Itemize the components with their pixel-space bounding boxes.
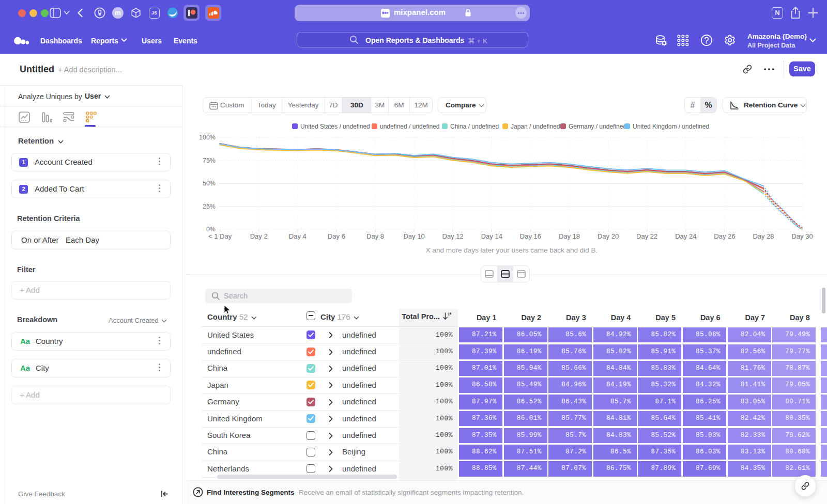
svg-text:Day 14: Day 14 <box>481 232 502 240</box>
svg-text:75%: 75% <box>203 157 216 164</box>
svg-text:Day 12: Day 12 <box>442 232 464 240</box>
svg-text:Day 6: Day 6 <box>328 232 345 240</box>
svg-text:0%: 0% <box>206 226 216 233</box>
svg-text:Day 30: Day 30 <box>791 232 813 240</box>
svg-text:Day 16: Day 16 <box>520 232 541 240</box>
svg-text:Day 22: Day 22 <box>636 232 657 240</box>
svg-text:Day 20: Day 20 <box>598 232 619 240</box>
svg-text:Day 10: Day 10 <box>403 232 424 240</box>
svg-text:Day 26: Day 26 <box>714 232 735 240</box>
svg-text:Day 2: Day 2 <box>250 232 268 240</box>
svg-text:Day 4: Day 4 <box>289 232 307 240</box>
svg-text:25%: 25% <box>203 203 216 210</box>
svg-text:Day 18: Day 18 <box>559 232 580 240</box>
svg-text:< 1 Day: < 1 Day <box>208 232 232 240</box>
svg-text:100%: 100% <box>199 134 216 141</box>
svg-text:Day 28: Day 28 <box>753 232 774 240</box>
svg-text:Day 8: Day 8 <box>366 232 384 240</box>
svg-text:Day 24: Day 24 <box>675 232 696 240</box>
svg-text:50%: 50% <box>203 180 216 187</box>
